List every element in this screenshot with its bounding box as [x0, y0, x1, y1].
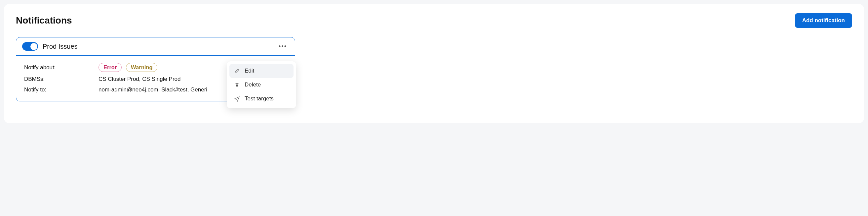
notification-card: Prod Issues ••• Notify about: Error Warn… — [16, 37, 295, 101]
warning-badge: Warning — [126, 63, 157, 72]
notify-to-label: Notify to: — [24, 86, 98, 93]
menu-item-delete[interactable]: Delete — [229, 78, 293, 92]
context-menu: Edit Delete Test targets — [227, 61, 296, 108]
dbms-label: DBMSs: — [24, 76, 98, 82]
notifications-panel: Notifications Add notification Prod Issu… — [4, 4, 864, 123]
card-header: Prod Issues ••• — [16, 37, 295, 56]
toggle-knob — [30, 43, 37, 50]
notify-about-value: Error Warning — [98, 63, 160, 72]
header-row: Notifications Add notification — [16, 13, 852, 28]
pencil-icon — [234, 68, 240, 74]
notify-about-label: Notify about: — [24, 64, 98, 71]
menu-item-test-targets[interactable]: Test targets — [229, 92, 293, 106]
menu-item-test-label: Test targets — [245, 96, 274, 102]
trash-icon — [234, 82, 240, 88]
menu-item-delete-label: Delete — [245, 81, 261, 88]
page-title: Notifications — [16, 15, 72, 26]
send-icon — [234, 96, 240, 102]
menu-item-edit-label: Edit — [245, 68, 254, 74]
card-title: Prod Issues — [43, 43, 277, 50]
menu-item-edit[interactable]: Edit — [229, 64, 293, 78]
dbms-value: CS Cluster Prod, CS Single Prod — [98, 76, 181, 82]
enable-toggle[interactable] — [22, 42, 38, 51]
notify-to-value: nom-admin@neo4j.com, Slack#test, Generi — [98, 86, 207, 93]
add-notification-button[interactable]: Add notification — [795, 13, 852, 28]
error-badge: Error — [98, 63, 122, 72]
more-menu-button[interactable]: ••• — [277, 42, 289, 51]
